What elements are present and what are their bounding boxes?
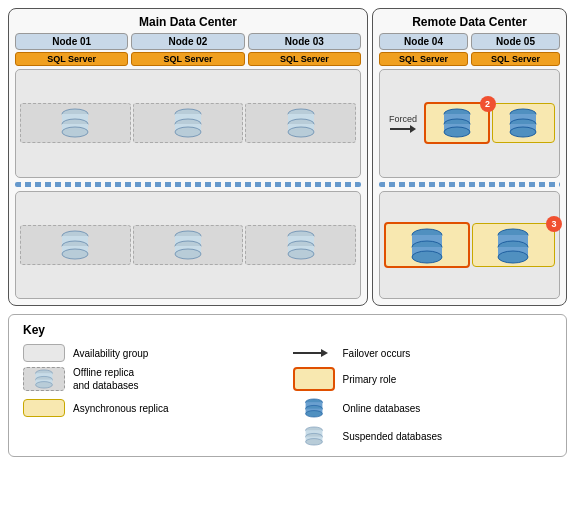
main-diagram: Main Data Center Node 01 SQL Server Node… [0,0,575,310]
svg-point-59 [305,411,322,417]
key-primary-icon [293,367,335,391]
key-async-label: Asynchronous replica [73,403,169,414]
key-item-online: Online databases [293,396,553,420]
key-item-offline: Offline replicaand databases [23,366,283,392]
remote-ag2-async-cell: 3 [472,223,556,267]
key-item-suspended: Suspended databases [293,424,553,448]
key-online-db-icon [303,397,325,419]
svg-point-49 [498,251,528,263]
key-arrow-icon [293,349,335,357]
offline-db-icon-5 [171,228,205,262]
key-online-icon [293,396,335,420]
key-offline-db-icon [33,368,55,390]
diagram-container: Main Data Center Node 01 SQL Server Node… [0,0,575,520]
key-title: Key [23,323,552,337]
key-primary-label: Primary role [343,374,397,385]
key-item-async: Asynchronous replica [23,396,283,420]
offline-db-icon-1 [58,106,92,140]
remote-ag1-primary-cell: 2 [424,102,490,144]
remote-ag2-primary-cell [384,222,470,268]
ag1-cell-2 [133,103,244,143]
node-02-header: Node 02 SQL Server [131,33,244,66]
key-ag-label: Availability group [73,348,148,359]
badge-3: 3 [546,216,562,232]
remote-ag-row-2: 3 [379,191,560,300]
ag2-cell-3 [245,225,356,265]
online-db-icon-ag2-node4 [408,226,446,264]
node-03-label: Node 03 [248,33,361,50]
forced-arrow-area: Forced [384,114,422,133]
offline-db-icon-4 [58,228,92,262]
node-03-sql: SQL Server [248,52,361,66]
ag-row-1 [15,69,361,178]
key-offline-icon [23,367,65,391]
node-05-header: Node 05 SQL Server [471,33,560,66]
separator-between-ags [15,182,361,187]
node-04-label: Node 04 [379,33,468,50]
svg-point-39 [510,127,536,137]
main-nodes-row: Node 01 SQL Server Node 02 SQL Server No… [15,33,361,66]
ag-row-2 [15,191,361,300]
key-async-icon [23,399,65,417]
svg-point-19 [62,249,88,259]
svg-point-54 [36,382,53,388]
svg-point-14 [288,127,314,137]
svg-point-4 [62,127,88,137]
key-item-ag: Availability group [23,344,283,362]
remote-ag-row-1: Forced 2 [379,69,560,178]
forced-label: Forced [389,114,417,124]
remote-ag1-async-cell [492,103,556,143]
key-suspended-db-icon [303,425,325,447]
key-item-failover: Failover occurs [293,344,553,362]
node-01-label: Node 01 [15,33,128,50]
online-db-icon-ag2-node5 [494,226,532,264]
online-db-icon-primary [440,106,474,140]
svg-point-29 [288,249,314,259]
ag2-cell-1 [20,225,131,265]
main-dc-title: Main Data Center [15,15,361,29]
remote-nodes-row: Node 04 SQL Server Node 05 SQL Server [379,33,560,66]
forced-arrow [390,125,416,133]
svg-point-24 [175,249,201,259]
ag1-cell-1 [20,103,131,143]
offline-db-icon-6 [284,228,318,262]
node-02-sql: SQL Server [131,52,244,66]
key-offline-label: Offline replicaand databases [73,366,139,392]
key-suspended-label: Suspended databases [343,431,443,442]
node-01-header: Node 01 SQL Server [15,33,128,66]
node-04-sql: SQL Server [379,52,468,66]
remote-dc: Remote Data Center Node 04 SQL Server No… [372,8,567,306]
svg-point-34 [444,127,470,137]
key-section: Key Availability group Failover occurs [8,314,567,457]
main-dc: Main Data Center Node 01 SQL Server Node… [8,8,368,306]
offline-db-icon-2 [171,106,205,140]
ag1-cell-3 [245,103,356,143]
node-02-label: Node 02 [131,33,244,50]
node-05-sql: SQL Server [471,52,560,66]
online-db-icon-node5-row1 [506,106,540,140]
key-suspended-icon [293,424,335,448]
ag2-cell-2 [133,225,244,265]
node-05-label: Node 05 [471,33,560,50]
node-04-header: Node 04 SQL Server [379,33,468,66]
key-item-suspended-spacer [23,424,283,448]
key-online-label: Online databases [343,403,421,414]
svg-point-44 [412,251,442,263]
offline-db-icon-3 [284,106,318,140]
svg-point-9 [175,127,201,137]
remote-dc-title: Remote Data Center [379,15,560,29]
badge-2: 2 [480,96,496,112]
key-item-primary: Primary role [293,366,553,392]
key-failover-label: Failover occurs [343,348,411,359]
node-01-sql: SQL Server [15,52,128,66]
svg-point-64 [305,439,322,445]
key-ag-icon [23,344,65,362]
remote-separator [379,182,560,187]
node-03-header: Node 03 SQL Server [248,33,361,66]
